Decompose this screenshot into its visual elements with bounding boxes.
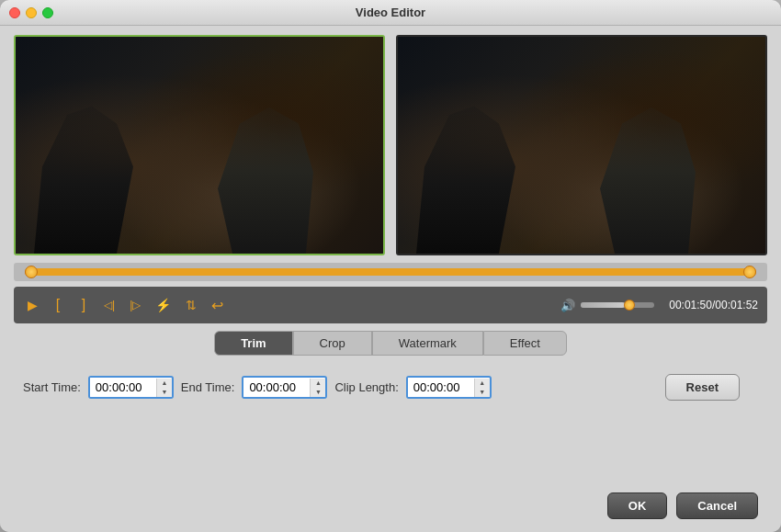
clip-length-down[interactable]: ▼ bbox=[475, 388, 490, 397]
tab-crop[interactable]: Crop bbox=[293, 331, 372, 356]
prev-frame-button[interactable]: ◁| bbox=[100, 297, 119, 313]
traffic-lights bbox=[9, 7, 53, 18]
end-time-down[interactable]: ▼ bbox=[311, 388, 325, 397]
tab-effect[interactable]: Effect bbox=[483, 331, 567, 356]
start-time-field[interactable]: ▲ ▼ bbox=[88, 376, 174, 399]
seek-bar[interactable] bbox=[14, 263, 767, 281]
tab-watermark[interactable]: Watermark bbox=[372, 331, 483, 356]
volume-area: 🔊 bbox=[560, 299, 654, 312]
output-preview bbox=[396, 35, 767, 255]
mark-in-button[interactable]: [ bbox=[49, 295, 67, 315]
mark-out-button[interactable]: ] bbox=[74, 295, 93, 315]
volume-handle[interactable] bbox=[624, 300, 635, 311]
time-display: 00:01:50/00:01:52 bbox=[669, 299, 758, 311]
clip-length-input[interactable] bbox=[408, 378, 474, 397]
start-time-input[interactable] bbox=[90, 378, 156, 397]
reset-area: Reset bbox=[499, 374, 758, 401]
start-time-label: Start Time: bbox=[23, 380, 81, 394]
video-previews bbox=[14, 35, 767, 255]
clip-length-label: Clip Length: bbox=[334, 380, 398, 394]
start-time-down[interactable]: ▼ bbox=[157, 388, 172, 397]
trim-row: Start Time: ▲ ▼ End Time: ▲ ▼ Cl bbox=[23, 374, 758, 401]
controls-bar: ▶ [ ] ◁| |▷ ⚡ ⇅ ↩ 🔊 00:01:50/00:01:52 bbox=[14, 287, 767, 323]
clip-length-field[interactable]: ▲ ▼ bbox=[406, 376, 492, 399]
start-time-up[interactable]: ▲ bbox=[157, 379, 172, 388]
volume-slider[interactable] bbox=[581, 302, 654, 308]
end-time-spinner: ▲ ▼ bbox=[310, 379, 325, 397]
clip-length-spinner: ▲ ▼ bbox=[474, 379, 490, 397]
trim-panel: Start Time: ▲ ▼ End Time: ▲ ▼ Cl bbox=[14, 367, 767, 408]
volume-icon: 🔊 bbox=[560, 299, 575, 312]
original-preview bbox=[14, 35, 385, 255]
minimize-button[interactable] bbox=[26, 7, 37, 18]
original-frame bbox=[16, 37, 383, 254]
seek-handle-right[interactable] bbox=[743, 266, 756, 278]
end-time-up[interactable]: ▲ bbox=[311, 379, 325, 388]
clip-length-up[interactable]: ▲ bbox=[475, 379, 490, 388]
undo-button[interactable]: ↩ bbox=[208, 295, 227, 316]
play-button[interactable]: ▶ bbox=[23, 296, 41, 314]
split-button[interactable]: ⚡ bbox=[152, 296, 175, 314]
seek-track[interactable] bbox=[25, 268, 756, 276]
maximize-button[interactable] bbox=[42, 7, 53, 18]
output-frame bbox=[398, 37, 765, 254]
seek-handle-left[interactable] bbox=[25, 266, 38, 278]
volume-fill bbox=[581, 302, 625, 308]
start-time-spinner: ▲ ▼ bbox=[156, 379, 172, 397]
tabs-bar: Trim Crop Watermark Effect bbox=[14, 331, 767, 356]
video-editor-window: Video Editor ▶ [ ] ◁| |▷ ⚡ bbox=[0, 0, 781, 532]
reorder-button[interactable]: ⇅ bbox=[182, 296, 200, 314]
titlebar: Video Editor bbox=[0, 0, 781, 26]
cancel-button[interactable]: Cancel bbox=[676, 492, 758, 519]
end-time-input[interactable] bbox=[243, 378, 310, 397]
main-content: ▶ [ ] ◁| |▷ ⚡ ⇅ ↩ 🔊 00:01:50/00:01:52 Tr… bbox=[0, 26, 781, 532]
next-frame-button[interactable]: |▷ bbox=[126, 297, 144, 313]
end-time-field[interactable]: ▲ ▼ bbox=[242, 376, 327, 399]
close-button[interactable] bbox=[9, 7, 20, 18]
end-time-label: End Time: bbox=[181, 380, 235, 394]
reset-button[interactable]: Reset bbox=[665, 374, 740, 401]
tab-trim[interactable]: Trim bbox=[214, 331, 292, 356]
ok-button[interactable]: OK bbox=[607, 492, 668, 519]
bottom-bar: OK Cancel bbox=[14, 485, 767, 523]
window-title: Video Editor bbox=[356, 6, 425, 19]
